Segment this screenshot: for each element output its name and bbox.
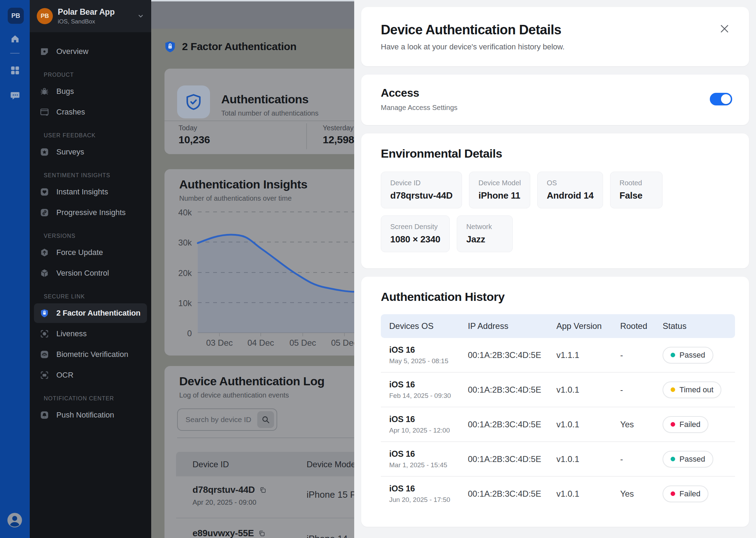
sidebar-item-2fa[interactable]: 2 Factor Authentication xyxy=(34,303,147,323)
history-row: iOS 16Mar 1, 2025 - 15:45 00:1A:2B:3C:4D… xyxy=(381,442,735,476)
chip-label: Screen Density xyxy=(390,223,440,231)
fingerprint-icon xyxy=(40,350,49,359)
sidebar-item-crashes[interactable]: Crashes xyxy=(34,102,147,122)
y-tick: 10k xyxy=(167,298,192,308)
sidebar-item-label: Biometric Verification xyxy=(56,350,128,359)
status-badge: Timed out xyxy=(663,381,721,398)
env-chip-rooted: Rooted False xyxy=(610,172,663,208)
chip-label: Device ID xyxy=(390,179,453,187)
rail-logo: PB xyxy=(8,8,24,24)
chip-label: Device Model xyxy=(478,179,521,187)
env-chip-screen-density: Screen Density 1080 × 2340 xyxy=(381,215,450,252)
sidebar-item-progressive-insights[interactable]: Progressive Insights xyxy=(34,203,147,222)
search-icon xyxy=(261,415,270,424)
link-icon xyxy=(40,208,49,218)
row-version: v1.0.1 xyxy=(551,476,615,511)
row-os: iOS 16 xyxy=(389,449,457,459)
sidebar-item-overview[interactable]: Overview xyxy=(34,42,147,61)
status-label: Passed xyxy=(679,351,705,360)
y-tick: 30k xyxy=(167,238,192,248)
row-ip: 00:1A:2B:3C:4D:5E xyxy=(462,407,551,442)
sidebar-item-instant-insights[interactable]: Instant Insights xyxy=(34,182,147,202)
history-column-devices-os: Devices OS xyxy=(381,314,462,338)
home-icon[interactable] xyxy=(0,34,30,44)
log-subtitle: Log of device authentication events xyxy=(179,391,289,399)
sidebar-item-push-notification[interactable]: Push Notification xyxy=(34,405,147,425)
face-scan-icon xyxy=(40,329,49,339)
row-date: Mar 1, 2025 - 15:45 xyxy=(389,461,457,469)
app-environment: iOS, SandBox xyxy=(58,18,115,25)
row-os: iOS 16 xyxy=(389,345,457,355)
sidebar-item-label: Surveys xyxy=(56,147,84,157)
sidebar-item-ocr[interactable]: OCR xyxy=(34,365,147,385)
log-device-model: iPhone 14 xyxy=(307,533,348,538)
x-tick: 04 Dec xyxy=(240,338,282,348)
env-chip-network: Network Jazz xyxy=(457,215,513,252)
env-chip-device-id: Device ID d78qrstuv-44D xyxy=(381,172,462,208)
user-avatar-icon[interactable] xyxy=(6,511,23,529)
search-button[interactable] xyxy=(257,411,274,428)
status-dot-icon xyxy=(671,387,675,392)
chip-value: iPhone 11 xyxy=(478,190,521,201)
log-device-id: d78qrstuv-44D xyxy=(192,484,255,495)
stat-divider xyxy=(306,123,307,149)
sidebar-item-label: Version Control xyxy=(56,269,109,278)
close-button[interactable] xyxy=(718,22,731,35)
close-icon xyxy=(719,23,730,34)
copy-icon[interactable] xyxy=(258,530,266,537)
sidebar-section-product: PRODUCT xyxy=(44,72,151,78)
chip-label: OS xyxy=(547,179,594,187)
access-subtitle: Manage Access Settings xyxy=(381,104,457,112)
history-table: Devices OS IP Address App Version Rooted… xyxy=(381,314,735,511)
row-os: iOS 16 xyxy=(389,380,457,389)
stat-label: Yesterday xyxy=(323,124,354,132)
row-ip: 00:1A:2B:3C:4D:5E xyxy=(462,372,551,407)
history-column-status: Status xyxy=(657,314,735,338)
row-date: Apr 10, 2025 - 12:00 xyxy=(389,427,457,434)
history-row: iOS 16Jun 20, 2025 - 17:50 00:1A:2B:3C:4… xyxy=(381,476,735,511)
sidebar-item-liveness[interactable]: Liveness xyxy=(34,324,147,344)
row-rooted: - xyxy=(615,372,657,407)
sidebar-item-label: OCR xyxy=(56,371,74,380)
sidebar-item-force-update[interactable]: Force Update xyxy=(34,243,147,262)
sidebar-item-label: Force Update xyxy=(56,248,103,257)
sidebar-item-version-control[interactable]: Version Control xyxy=(34,263,147,283)
copy-icon[interactable] xyxy=(259,486,267,494)
heart-icon xyxy=(40,187,49,197)
id-scan-icon xyxy=(40,370,49,380)
access-title: Access xyxy=(381,87,457,99)
rail-divider xyxy=(10,53,20,54)
history-column-app-version: App Version xyxy=(551,314,615,338)
app-name: Polar Bear App xyxy=(58,7,115,17)
panel-header-card: Device Authentication Details Have a loo… xyxy=(361,7,749,66)
stat-value: 10,236 xyxy=(178,134,210,146)
stat-today: Today 10,236 xyxy=(178,124,210,146)
sidebar-section-secure-link: SECURE LINK xyxy=(44,294,151,300)
y-tick: 40k xyxy=(167,208,192,218)
access-toggle[interactable] xyxy=(710,93,732,105)
grid-apps-icon[interactable] xyxy=(0,65,30,76)
status-label: Timed out xyxy=(679,385,713,394)
app-rail: PB xyxy=(0,0,30,538)
row-ip: 00:1A:2B:3C:4D:5E xyxy=(462,338,551,372)
sidebar-item-surveys[interactable]: Surveys xyxy=(34,142,147,162)
star-icon xyxy=(40,147,49,157)
sidebar-item-bugs[interactable]: Bugs xyxy=(34,82,147,101)
overview-icon xyxy=(40,47,49,56)
chip-label: Rooted xyxy=(620,179,653,187)
search-input[interactable] xyxy=(178,415,257,424)
sidebar-item-biometric-verification[interactable]: Biometric Verification xyxy=(34,345,147,364)
sidebar: PB Polar Bear App iOS, SandBox Overview … xyxy=(30,0,151,538)
stat-yesterday: Yesterday 12,598 xyxy=(323,124,354,146)
history-row: iOS 16May 5, 2025 - 08:15 00:1A:2B:3C:4D… xyxy=(381,338,735,372)
status-badge: Failed xyxy=(663,416,708,433)
x-tick: 05 Dec xyxy=(282,338,324,348)
app-switcher[interactable]: PB Polar Bear App iOS, SandBox xyxy=(30,0,151,32)
sidebar-item-label: 2 Factor Authentication xyxy=(56,309,140,318)
chat-icon[interactable] xyxy=(0,90,30,101)
sidebar-section-versions: VERSIONS xyxy=(44,233,151,239)
row-version: v1.0.1 xyxy=(551,372,615,407)
bug-icon xyxy=(40,87,49,96)
y-tick: 0 xyxy=(167,329,192,338)
sidebar-section-notification-center: NOTIFICATION CENTER xyxy=(44,395,151,402)
